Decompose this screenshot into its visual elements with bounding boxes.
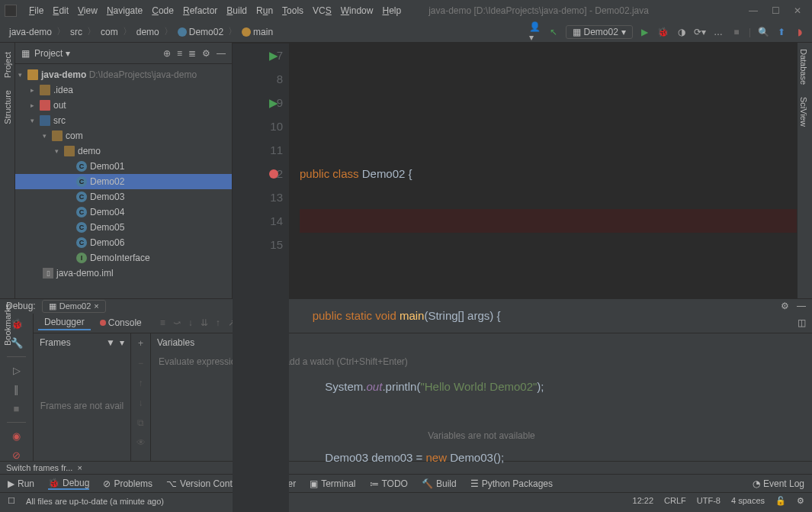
tree-idea[interactable]: ▸.idea bbox=[15, 82, 232, 98]
variables-header: Variables bbox=[157, 337, 194, 348]
crumb-com[interactable]: com bbox=[98, 27, 121, 37]
crumb-demo[interactable]: demo bbox=[133, 27, 162, 37]
breakpoint-icon[interactable] bbox=[269, 169, 278, 179]
show-icon[interactable]: 👁 bbox=[136, 437, 146, 448]
crumb-project[interactable]: java-demo bbox=[6, 27, 55, 37]
tree-class[interactable]: CDemo01 bbox=[15, 159, 232, 174]
gear-icon[interactable]: ⚙ bbox=[202, 48, 210, 59]
remove-watch-icon[interactable]: − bbox=[138, 358, 143, 369]
menu-build[interactable]: Build bbox=[222, 4, 252, 18]
force-step-icon[interactable]: ⇊ bbox=[201, 317, 208, 328]
tree-class[interactable]: CDemo04 bbox=[15, 204, 232, 220]
tree-class-selected[interactable]: CDemo02 bbox=[15, 174, 232, 189]
tree-demo[interactable]: ▾demo bbox=[15, 143, 232, 159]
frames-panel: Frames ▼▾ Frames are not avail bbox=[34, 333, 131, 461]
bottom-debug[interactable]: 🐞 Debug bbox=[48, 478, 89, 490]
tree-class[interactable]: CDemo03 bbox=[15, 189, 232, 204]
memory-icon[interactable]: ⚙ bbox=[797, 496, 804, 506]
step-into-icon[interactable]: ↓ bbox=[188, 317, 193, 328]
menu-code[interactable]: Code bbox=[147, 4, 178, 18]
left-tab-structure[interactable]: Structure bbox=[2, 84, 14, 130]
left-tab-project[interactable]: Project bbox=[2, 46, 14, 84]
code-text[interactable]: public class Demo02 { public static void… bbox=[289, 43, 797, 512]
vars-toolbar: + − ↑ ↓ ⧉ 👁 bbox=[131, 333, 151, 461]
coverage-button[interactable]: ◑ bbox=[676, 26, 688, 38]
tree-src[interactable]: ▾src bbox=[15, 113, 232, 128]
project-view-dropdown[interactable]: Project ▾ bbox=[34, 48, 70, 59]
select-opened-icon[interactable]: ⊕ bbox=[163, 48, 171, 59]
tree-out[interactable]: ▸out bbox=[15, 98, 232, 113]
run-config-icon: ▦ bbox=[573, 27, 581, 37]
run-config-dropdown[interactable]: ▦ Demo02 ▾ bbox=[566, 25, 633, 39]
run-config-label: Demo02 bbox=[584, 27, 618, 37]
debug-button[interactable]: 🐞 bbox=[657, 26, 669, 38]
ide-icon[interactable]: ◗ bbox=[794, 26, 806, 38]
right-tab-database[interactable]: Database bbox=[798, 43, 810, 91]
menu-window[interactable]: Window bbox=[336, 4, 378, 18]
menu-tools[interactable]: Tools bbox=[278, 4, 308, 18]
tree-interface[interactable]: IDemoInterface bbox=[15, 250, 232, 266]
sync-icon[interactable]: ⬆ bbox=[775, 26, 788, 38]
tree-com[interactable]: ▾com bbox=[15, 128, 232, 143]
project-panel: ▦ Project ▾ ⊕ ≡ ≣ ⚙ — ▾java-demo D:\Idea… bbox=[15, 43, 233, 298]
add-user-icon[interactable]: 👤▾ bbox=[529, 26, 541, 38]
menu-view[interactable]: View bbox=[73, 4, 102, 18]
code-editor[interactable]: ▶7 8 ▶9 10 11 12 13 14 15 public class D… bbox=[233, 43, 797, 512]
close-button[interactable]: ✕ bbox=[794, 5, 801, 16]
debugger-tab[interactable]: Debugger bbox=[38, 315, 91, 330]
crumb-class[interactable]: Demo02 bbox=[175, 27, 226, 37]
attach-button[interactable]: … bbox=[712, 26, 724, 38]
menu-refactor[interactable]: Refactor bbox=[178, 4, 222, 18]
debug-mute-icon[interactable]: ⊘ bbox=[12, 449, 21, 461]
search-icon[interactable]: 🔍 bbox=[757, 26, 769, 38]
down-icon[interactable]: ↓ bbox=[139, 398, 143, 408]
menu-help[interactable]: Help bbox=[377, 4, 406, 18]
hammer-icon[interactable]: ↖ bbox=[547, 26, 560, 38]
bottom-problems[interactable]: ⊘ Problems bbox=[103, 478, 152, 489]
status-icon[interactable]: ☐ bbox=[8, 496, 15, 506]
tree-class[interactable]: CDemo05 bbox=[15, 220, 232, 235]
right-tab-sciview[interactable]: SciView bbox=[798, 91, 810, 133]
app-logo bbox=[5, 5, 17, 17]
run-gutter-icon[interactable]: ▶ bbox=[269, 43, 278, 67]
step-out-icon[interactable]: ↑ bbox=[216, 317, 220, 328]
new-watch-icon[interactable]: + bbox=[138, 338, 143, 349]
menu-file[interactable]: File bbox=[24, 4, 48, 18]
copy-icon[interactable]: ⧉ bbox=[137, 417, 144, 428]
crumb-method[interactable]: main bbox=[239, 27, 276, 37]
run-button[interactable]: ▶ bbox=[639, 26, 651, 38]
minimize-button[interactable]: — bbox=[749, 5, 758, 16]
project-tree[interactable]: ▾java-demo D:\IdeaProjects\java-demo ▸.i… bbox=[15, 64, 232, 298]
maximize-button[interactable]: ☐ bbox=[772, 5, 780, 16]
menu-run[interactable]: Run bbox=[252, 4, 278, 18]
up-icon[interactable]: ↑ bbox=[139, 378, 143, 388]
tree-root[interactable]: ▾java-demo D:\IdeaProjects\java-demo bbox=[15, 67, 232, 82]
menu-edit[interactable]: Edit bbox=[48, 4, 73, 18]
crumb-src[interactable]: src bbox=[67, 27, 85, 37]
profiler-button[interactable]: ⟳▾ bbox=[694, 26, 706, 38]
run-gutter-icon[interactable]: ▶ bbox=[269, 91, 278, 114]
debug-hide-icon[interactable]: — bbox=[797, 301, 806, 311]
tree-iml[interactable]: ▯java-demo.iml bbox=[15, 266, 232, 281]
debug-config-tab[interactable]: ▦ Demo02 × bbox=[42, 300, 106, 313]
step-toolbar-icon[interactable]: ≡ bbox=[160, 317, 165, 328]
tree-class[interactable]: CDemo06 bbox=[15, 235, 232, 250]
menu-vcs[interactable]: VCS bbox=[308, 4, 336, 18]
right-tool-strip: Database SciView bbox=[797, 43, 812, 298]
filter-icon[interactable]: ▼ bbox=[106, 337, 115, 348]
collapse-all-icon[interactable]: ≣ bbox=[188, 48, 196, 59]
left-tab-bookmarks[interactable]: Bookmarks bbox=[2, 298, 14, 352]
frames-dropdown-icon[interactable]: ▾ bbox=[120, 337, 124, 348]
titlebar: File Edit View Navigate Code Refactor Bu… bbox=[0, 0, 812, 21]
bottom-vcs[interactable]: ⌥ Version Control bbox=[166, 478, 242, 489]
bottom-run[interactable]: ▶ Run bbox=[8, 478, 34, 489]
gutter[interactable]: ▶7 8 ▶9 10 11 12 13 14 15 bbox=[233, 43, 289, 512]
expand-all-icon[interactable]: ≡ bbox=[177, 48, 182, 59]
editor-area: e.java× CDemo06.java× CDemo05.java× CDem… bbox=[233, 43, 797, 298]
menu-navigate[interactable]: Navigate bbox=[102, 4, 147, 18]
console-tab[interactable]: Console bbox=[94, 316, 148, 330]
hide-panel-icon[interactable]: — bbox=[217, 48, 226, 59]
step-over-icon[interactable]: ⤻ bbox=[173, 317, 181, 328]
layout-icon[interactable]: ◫ bbox=[798, 317, 812, 328]
stop-button[interactable]: ■ bbox=[730, 26, 743, 38]
